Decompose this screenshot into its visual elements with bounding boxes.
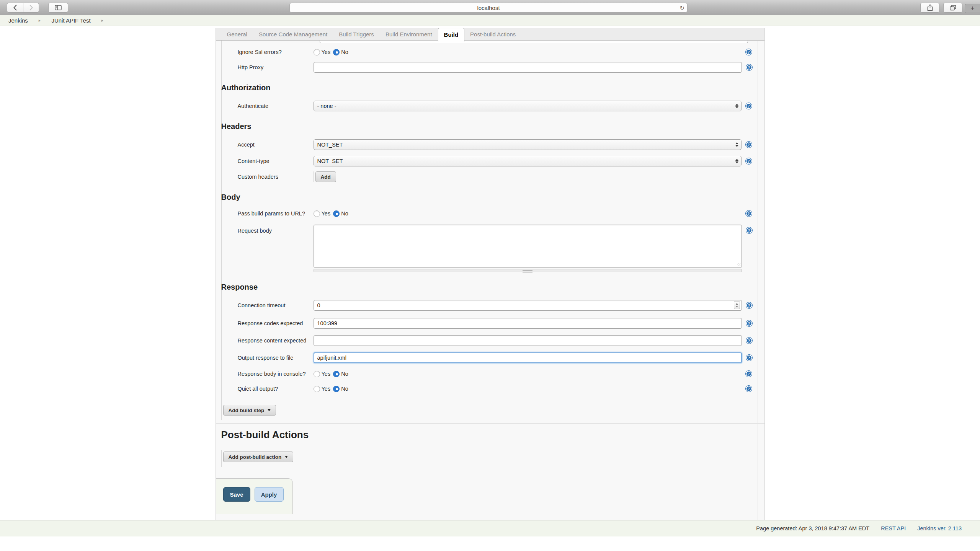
request-body-textarea[interactable] xyxy=(314,225,742,268)
textarea-resize-handle[interactable] xyxy=(314,269,742,272)
add-custom-header-button[interactable]: Add xyxy=(315,171,336,182)
nav-button-group xyxy=(7,3,39,13)
repeatable-left-bar xyxy=(221,450,222,467)
reload-icon[interactable]: ↻ xyxy=(679,5,684,11)
browser-toolbar: localhost ↻ + xyxy=(0,0,980,15)
help-icon[interactable]: ? xyxy=(745,210,752,217)
form-row-authenticate: Authenticate - none - ? xyxy=(222,101,764,111)
field-label: Accept xyxy=(238,142,314,148)
breadcrumb-jenkins[interactable]: Jenkins xyxy=(8,17,28,24)
content-type-selected-value: NOT_SET xyxy=(317,158,343,164)
field-label: Custom headers xyxy=(238,174,314,180)
radio-yes-label[interactable]: Yes xyxy=(322,371,331,377)
toolbar-right-buttons xyxy=(920,3,962,13)
config-panel: General Source Code Management Build Tri… xyxy=(216,28,765,522)
content-type-select[interactable]: NOT_SET xyxy=(314,156,742,166)
accept-select[interactable]: NOT_SET xyxy=(314,139,742,150)
radio-no-label[interactable]: No xyxy=(341,371,348,377)
http-request-step-block: Ignore Ssl errors? Yes No ? Http Proxy xyxy=(221,41,764,403)
add-build-step-row: Add build step xyxy=(221,403,764,420)
section-heading-headers: Headers xyxy=(216,122,764,131)
add-build-step-button[interactable]: Add build step xyxy=(223,405,276,416)
pass-params-radio-group: Yes No xyxy=(314,210,348,217)
add-post-build-action-button[interactable]: Add post-build action xyxy=(223,452,294,462)
help-icon[interactable]: ? xyxy=(745,158,752,165)
tab-build-environment[interactable]: Build Environment xyxy=(380,28,438,40)
address-bar[interactable]: localhost ↻ xyxy=(289,3,688,13)
radio-no-label[interactable]: No xyxy=(341,386,348,392)
help-icon[interactable]: ? xyxy=(746,337,753,344)
forward-button[interactable] xyxy=(23,3,39,13)
address-bar-url: localhost xyxy=(477,5,500,11)
jenkins-footer: Page generated: Apr 3, 2018 9:47:37 AM E… xyxy=(0,520,980,536)
scrolled-input-partial[interactable] xyxy=(320,41,748,43)
field-label: Request body xyxy=(238,225,314,234)
response-content-input[interactable] xyxy=(314,335,742,346)
radio-yes-label[interactable]: Yes xyxy=(322,210,331,217)
authenticate-select[interactable]: - none - xyxy=(314,101,742,111)
caret-down-icon xyxy=(285,456,288,458)
select-stepper-icon xyxy=(735,104,738,108)
help-icon[interactable]: ? xyxy=(746,64,753,71)
response-codes-input[interactable] xyxy=(314,318,742,329)
help-icon[interactable]: ? xyxy=(745,49,752,55)
radio-yes[interactable] xyxy=(314,371,320,377)
tab-overview-button[interactable] xyxy=(943,3,962,13)
radio-no-label[interactable]: No xyxy=(341,210,348,217)
help-icon[interactable]: ? xyxy=(745,103,752,109)
help-icon[interactable]: ? xyxy=(745,141,752,148)
radio-no-label[interactable]: No xyxy=(341,49,348,55)
form-row-ignore-ssl: Ignore Ssl errors? Yes No ? xyxy=(222,49,764,55)
radio-yes-label[interactable]: Yes xyxy=(322,386,331,392)
radio-no[interactable] xyxy=(333,371,340,377)
section-heading-response: Response xyxy=(216,283,764,292)
breadcrumb-job[interactable]: JUnit APIF Test xyxy=(51,17,90,24)
radio-no[interactable] xyxy=(333,386,340,392)
tab-post-build-actions[interactable]: Post-build Actions xyxy=(464,28,521,40)
output-response-input[interactable] xyxy=(314,352,742,363)
http-proxy-input[interactable] xyxy=(314,62,742,73)
form-row-quiet-output: Quiet all output? Yes No ? xyxy=(222,385,764,392)
tab-build-triggers[interactable]: Build Triggers xyxy=(333,28,380,40)
plus-icon: + xyxy=(970,5,975,13)
new-tab-button[interactable]: + xyxy=(965,4,980,13)
radio-no[interactable] xyxy=(333,210,340,217)
radio-no[interactable] xyxy=(333,49,340,55)
jenkins-version-link[interactable]: Jenkins ver. 2.113 xyxy=(917,525,962,531)
add-build-step-label: Add build step xyxy=(229,408,265,413)
section-heading-authorization: Authorization xyxy=(216,83,764,92)
help-icon[interactable]: ? xyxy=(746,354,753,361)
share-button[interactable] xyxy=(920,3,939,13)
radio-yes-label[interactable]: Yes xyxy=(322,49,331,55)
caret-down-icon xyxy=(268,409,271,411)
page-generated-text: Page generated: Apr 3, 2018 9:47:37 AM E… xyxy=(756,525,869,531)
breadcrumb-separator-icon[interactable]: ▸ xyxy=(101,18,104,23)
breadcrumb-separator-icon: ▸ xyxy=(39,18,41,23)
number-spinner[interactable] xyxy=(734,301,740,309)
ignore-ssl-radio-group: Yes No xyxy=(314,49,348,55)
help-icon[interactable]: ? xyxy=(746,227,753,234)
tab-build[interactable]: Build xyxy=(438,28,465,42)
radio-yes[interactable] xyxy=(314,49,320,55)
help-icon[interactable]: ? xyxy=(746,302,753,309)
field-label: Response codes expected xyxy=(238,320,314,326)
help-icon[interactable]: ? xyxy=(746,320,753,327)
back-button[interactable] xyxy=(7,3,23,13)
chevron-right-icon xyxy=(29,5,33,11)
tab-general[interactable]: General xyxy=(221,28,253,40)
tab-source-code-management[interactable]: Source Code Management xyxy=(253,28,333,40)
apply-button[interactable]: Apply xyxy=(255,487,284,502)
connection-timeout-input[interactable] xyxy=(314,300,742,311)
save-apply-bar: Save Apply xyxy=(216,478,293,514)
help-icon[interactable]: ? xyxy=(745,385,752,392)
field-label: Output response to file xyxy=(238,355,314,361)
form-row-custom-headers: Custom headers Add xyxy=(222,171,764,182)
radio-yes[interactable] xyxy=(314,210,320,217)
help-icon[interactable]: ? xyxy=(745,370,752,377)
chevron-left-icon xyxy=(13,5,17,11)
form-row-request-body: Request body ? xyxy=(222,225,764,272)
radio-yes[interactable] xyxy=(314,386,320,392)
save-button[interactable]: Save xyxy=(223,487,250,502)
rest-api-link[interactable]: REST API xyxy=(881,525,906,531)
sidebar-toggle-button[interactable] xyxy=(48,3,68,13)
